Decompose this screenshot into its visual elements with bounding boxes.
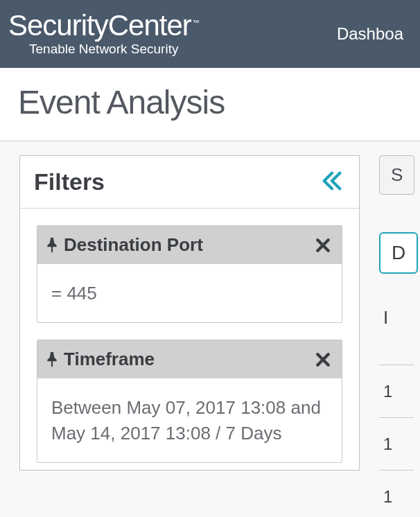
filters-title: Filters: [34, 168, 105, 195]
close-icon[interactable]: [315, 238, 331, 253]
page-header: Event Analysis: [0, 68, 420, 141]
logo[interactable]: SecurityCenter™ Tenable Network Security: [8, 11, 337, 57]
nav-dashboard[interactable]: Dashboa: [337, 24, 403, 44]
filter-list: Destination Port = 445 Timeframe: [20, 209, 359, 470]
rhs-column: S D I 1 1 1: [379, 155, 420, 517]
rhs-table: 1 1 1: [379, 365, 414, 517]
rhs-label-i: I: [379, 307, 388, 328]
filter-value: Between May 07, 2017 13:08 and May 14, 2…: [37, 378, 342, 462]
table-row[interactable]: 1: [379, 365, 414, 418]
filter-card-header[interactable]: Timeframe: [37, 340, 342, 378]
chevron-left-double-icon[interactable]: [320, 169, 344, 195]
table-row[interactable]: 1: [379, 471, 414, 517]
logo-text: SecurityCenter™: [8, 11, 337, 40]
page-title: Event Analysis: [18, 83, 402, 121]
filter-name: Destination Port: [64, 234, 310, 256]
close-icon[interactable]: [315, 352, 331, 367]
logo-subtitle: Tenable Network Security: [29, 42, 337, 57]
content-row: Filters Destination Port: [0, 141, 420, 517]
filter-name: Timeframe: [64, 349, 310, 370]
filter-card-timeframe: Timeframe Between May 07, 2017 13:08 and…: [37, 340, 342, 463]
rhs-button-s[interactable]: S: [379, 155, 414, 195]
topbar: SecurityCenter™ Tenable Network Security…: [0, 0, 420, 68]
table-row[interactable]: 1: [379, 418, 414, 471]
trademark-icon: ™: [193, 19, 199, 26]
filter-value: = 445: [37, 264, 342, 322]
pin-icon: [46, 352, 58, 367]
filters-panel: Filters Destination Port: [19, 155, 360, 471]
filter-card-header[interactable]: Destination Port: [37, 226, 342, 264]
pin-icon: [46, 238, 58, 253]
filter-card-destination-port: Destination Port = 445: [37, 225, 342, 323]
filters-header: Filters: [20, 156, 359, 209]
rhs-chip-d[interactable]: D: [379, 232, 418, 274]
